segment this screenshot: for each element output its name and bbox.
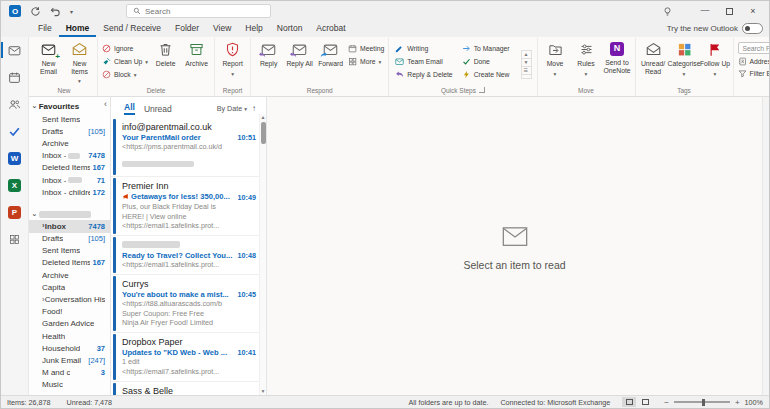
message-row[interactable]: Premier Inn Getaways for less! 350,00...… (111, 177, 259, 236)
new-outlook-toggle[interactable] (742, 23, 763, 34)
folder-drafts[interactable]: Drafts[105] (29, 233, 110, 245)
customize-toolbar-chevron-icon[interactable]: ▾ (70, 8, 73, 15)
folder-m-and-c[interactable]: M and c3 (29, 367, 110, 379)
rail-word[interactable]: W (1, 150, 28, 166)
zoom-out-button[interactable]: − (664, 398, 669, 407)
clean-up-button[interactable]: Clean Up▾ (102, 57, 148, 66)
scrollbar-thumb[interactable] (261, 122, 266, 144)
message-list-scrollbar[interactable]: ▲ ▼ (259, 114, 266, 395)
move-button[interactable]: Move▾ (540, 38, 571, 78)
new-email-button[interactable]: + New Email (33, 38, 64, 75)
normal-view-button[interactable] (622, 397, 636, 407)
folder-household[interactable]: Household37 (29, 342, 110, 354)
folder-deleted-items-fav[interactable]: Deleted Items167 (29, 162, 110, 174)
tab-home[interactable]: Home (59, 21, 97, 37)
tab-norton[interactable]: Norton (270, 21, 310, 37)
folder-conversation-history[interactable]: ›Conversation History (29, 293, 110, 305)
rail-more-apps[interactable] (1, 231, 28, 247)
rules-button[interactable]: Rules▾ (571, 38, 602, 78)
folder-inbox-children-fav[interactable]: Inbox - children...172 (29, 186, 110, 198)
tab-acrobat[interactable]: Acrobat (309, 21, 352, 37)
filter-all-tab[interactable]: All (124, 102, 135, 115)
folder-inbox[interactable]: ›Inbox7478 (29, 220, 110, 232)
undo-icon[interactable] (50, 6, 61, 17)
reply-button[interactable]: Reply (253, 38, 284, 68)
favourites-header[interactable]: › Favourites (29, 98, 110, 113)
new-items-button[interactable]: New Items▾ (64, 38, 95, 86)
quick-step-writing[interactable]: Writing (395, 44, 452, 53)
maximize-button[interactable] (717, 1, 741, 21)
reply-all-button[interactable]: Reply All (284, 38, 315, 68)
message-row[interactable]: Currys You're about to make a mist...10:… (111, 275, 259, 333)
folder-sent-items[interactable]: Sent Items (29, 245, 110, 257)
coming-soon-lamp-icon[interactable] (655, 1, 679, 21)
folder-archive[interactable]: Archive (29, 269, 110, 281)
quick-step-create-new[interactable]: Create New (462, 70, 510, 79)
more-respond-button[interactable]: More▾ (348, 57, 384, 66)
tab-send-receive[interactable]: Send / Receive (96, 21, 168, 37)
report-button[interactable]: Report▾ (217, 38, 248, 78)
delete-button[interactable]: Delete (150, 38, 181, 68)
folder-capita[interactable]: Capita (29, 281, 110, 293)
sort-ascending-icon[interactable]: ↑ (252, 104, 256, 113)
address-book-button[interactable]: Address Book (738, 57, 770, 66)
tab-help[interactable]: Help (238, 21, 269, 37)
forward-button[interactable]: Forward (315, 38, 346, 68)
search-people-input[interactable]: Search People (738, 42, 770, 54)
meeting-button[interactable]: Meeting (348, 44, 384, 53)
folder-food[interactable]: Food! (29, 306, 110, 318)
folder-music[interactable]: Music (29, 379, 110, 391)
folder-inbox-1-fav[interactable]: Inbox -7478 (29, 150, 110, 162)
zoom-level[interactable]: 100% (745, 398, 763, 407)
zoom-slider-thumb[interactable] (702, 399, 705, 406)
folder-sent-items-fav[interactable]: Sent Items (29, 113, 110, 125)
folder-drafts-fav[interactable]: Drafts[105] (29, 125, 110, 137)
quick-step-reply-delete[interactable]: Reply & Delete (395, 70, 452, 79)
message-row[interactable]: info@parentmail.co.uk Your ParentMail or… (111, 118, 259, 177)
rail-calendar[interactable] (1, 69, 28, 85)
rail-mail[interactable] (1, 42, 28, 58)
rail-powerpoint[interactable]: P (1, 204, 28, 220)
quick-steps-dialog-launcher-icon[interactable] (479, 87, 485, 93)
follow-up-button[interactable]: Follow Up▾ (700, 38, 731, 78)
minimize-button[interactable]: — (693, 1, 717, 21)
quick-step-done[interactable]: Done (462, 57, 510, 66)
block-button[interactable]: Block▾ (102, 70, 148, 79)
account-header[interactable]: › (29, 207, 110, 220)
folder-health[interactable]: Health (29, 330, 110, 342)
sort-by-date-dropdown[interactable]: By Date▾ ↑ (217, 104, 256, 113)
unread-read-button[interactable]: Unread/ Read (638, 38, 669, 75)
scroll-up-icon[interactable]: ▲ (261, 114, 266, 121)
archive-button[interactable]: Archive (181, 38, 212, 68)
message-row[interactable]: Sass & Belle Up to 40% off | Black Frida… (111, 382, 259, 395)
folder-garden-advice[interactable]: Garden Advice (29, 318, 110, 330)
folder-nursery[interactable]: Nursery (29, 391, 110, 395)
send-receive-sync-icon[interactable] (30, 6, 41, 17)
rail-people[interactable] (1, 96, 28, 112)
ignore-button[interactable]: Ignore (102, 44, 148, 53)
filter-unread-tab[interactable]: Unread (144, 104, 172, 114)
reading-view-button[interactable] (638, 397, 652, 407)
quick-step-team-email[interactable]: Team Email (395, 57, 452, 66)
quick-step-to-manager[interactable]: To Manager (462, 44, 510, 53)
filter-email-button[interactable]: Filter Email▾ (738, 69, 770, 78)
tab-folder[interactable]: Folder (168, 21, 206, 37)
scroll-down-icon[interactable]: ▼ (261, 388, 266, 395)
reading-pane-scrollbar-track[interactable] (762, 97, 769, 395)
categorise-button[interactable]: Categorise▾ (669, 38, 700, 78)
tab-view[interactable]: View (206, 21, 238, 37)
folder-inbox-2-fav[interactable]: Inbox -71 (29, 174, 110, 186)
folder-junk-email[interactable]: Junk Email[247] (29, 354, 110, 366)
quick-steps-gallery-scroll[interactable]: ▲▼☰ (521, 50, 532, 79)
close-button[interactable]: × (741, 1, 765, 21)
send-to-onenote-button[interactable]: N Send to OneNote (602, 38, 633, 74)
rail-excel[interactable]: X (1, 177, 28, 193)
zoom-in-button[interactable]: + (735, 398, 740, 407)
zoom-slider[interactable] (674, 401, 730, 403)
message-row[interactable]: Ready to Travel? Collect You...10:48 <ht… (111, 236, 259, 275)
search-input[interactable]: Search (126, 4, 271, 18)
message-row[interactable]: Dropbox Paper Updates to "KD Web - Web .… (111, 333, 259, 382)
tab-file[interactable]: File (31, 21, 59, 37)
rail-todo[interactable] (1, 123, 28, 139)
minimize-folder-pane-icon[interactable]: ‹ (104, 100, 107, 108)
